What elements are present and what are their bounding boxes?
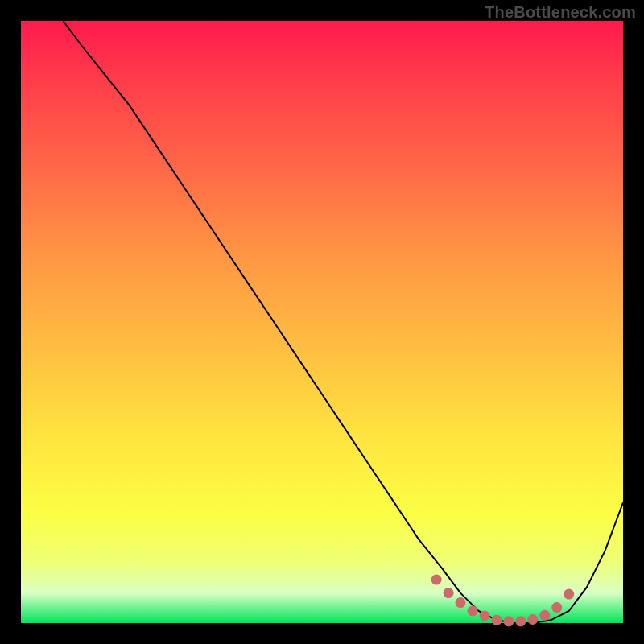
- valley-dot: [527, 614, 538, 625]
- valley-dot: [551, 602, 562, 613]
- curve-svg: [21, 21, 623, 623]
- valley-dot: [491, 615, 502, 625]
- chart-frame: TheBottleneck.com: [0, 0, 644, 644]
- valley-dot: [431, 575, 442, 585]
- valley-dot: [515, 616, 526, 626]
- watermark-text: TheBottleneck.com: [485, 3, 636, 22]
- valley-dot: [480, 611, 490, 621]
- bottleneck-curve: [63, 21, 623, 623]
- valley-dot: [539, 610, 550, 621]
- valley-dot: [456, 597, 466, 608]
- plot-area: [21, 21, 623, 623]
- valley-dot: [564, 589, 574, 600]
- valley-dot: [468, 606, 478, 617]
- valley-dot: [503, 616, 514, 626]
- valley-dot: [444, 588, 454, 598]
